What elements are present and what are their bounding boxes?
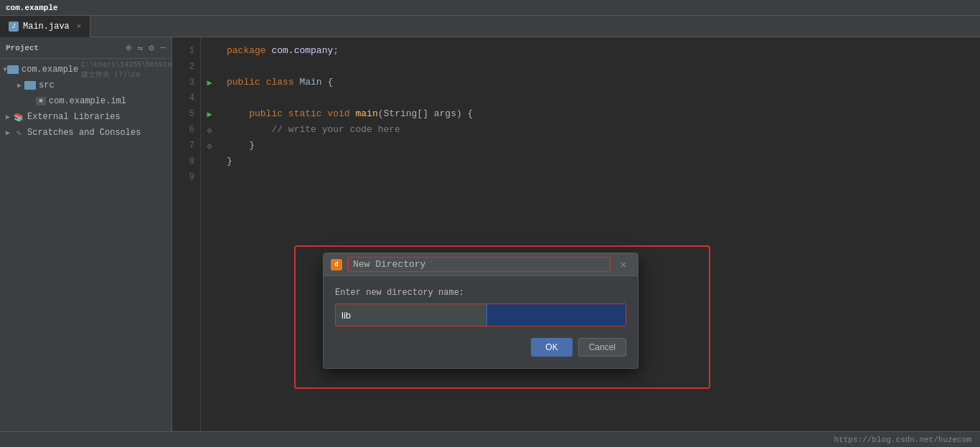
gutter-7: ◇ <box>201 138 218 154</box>
ext-lib-arrow: ▶ <box>3 113 13 121</box>
gutter-8 <box>201 154 218 169</box>
src-label: src <box>39 80 55 90</box>
run-icon-3[interactable]: ▶ <box>207 77 212 88</box>
gutter-9 <box>201 169 218 185</box>
code-line-1: package com.company; <box>227 43 971 59</box>
status-bar: https://blog.csdn.net/huzecom <box>0 431 980 447</box>
code-line-5: public static void main(String[] args) { <box>227 106 971 122</box>
scratches-arrow: ▶ <box>3 128 13 137</box>
editor-area: 1 2 3 4 5 6 7 8 9 ▶ ▶ ◇ ◇ <box>172 37 980 431</box>
main-layout: Project ⊕ ⇋ ⚙ — ▼ com.example C:\Users\1… <box>0 37 980 431</box>
new-directory-dialog: d New Directory ✕ Enter new directory na… <box>323 253 639 369</box>
title-bar: com.example <box>0 0 980 16</box>
dialog-close-button[interactable]: ✕ <box>616 258 631 272</box>
code-line-4 <box>227 90 971 106</box>
java-file-icon: J <box>9 22 19 32</box>
code-line-9 <box>227 169 971 185</box>
minimize-icon[interactable]: — <box>160 42 166 54</box>
dialog-buttons: OK Cancel <box>335 338 626 357</box>
src-arrow: ▶ <box>14 81 24 90</box>
gutter-3[interactable]: ▶ <box>201 75 218 90</box>
root-label: com.example <box>22 65 78 75</box>
directory-name-input[interactable] <box>336 304 487 326</box>
run-icon-5[interactable]: ▶ <box>207 109 212 120</box>
root-path: C:\Users\14255\Desktop\新建文件夹 (7)\co <box>81 60 171 80</box>
line-num-7: 7 <box>172 138 200 154</box>
code-line-8: } <box>227 154 971 169</box>
tab-close-icon[interactable]: × <box>77 22 82 31</box>
tree-item-ext-lib[interactable]: ▶ 📚 External Libraries <box>0 109 171 125</box>
sidebar-tree: ▼ com.example C:\Users\14255\Desktop\新建文… <box>0 59 171 431</box>
ext-lib-icon: 📚 <box>13 113 24 121</box>
dialog-label: Enter new directory name: <box>335 288 626 298</box>
code-content[interactable]: package com.company; public class Main {… <box>218 37 980 431</box>
gutter-4 <box>201 90 218 106</box>
line-num-6: 6 <box>172 122 200 138</box>
sidebar-header: Project ⊕ ⇋ ⚙ — <box>0 37 171 59</box>
gutter-1 <box>201 43 218 59</box>
tab-main-java[interactable]: J Main.java × <box>0 16 90 37</box>
dialog-title-text: New Directory <box>348 257 611 272</box>
code-line-2 <box>227 59 971 75</box>
code-line-7: } <box>227 138 971 154</box>
tab-bar: J Main.java × <box>0 16 980 37</box>
directory-input-extension <box>487 304 626 326</box>
src-folder-icon <box>24 81 36 90</box>
ext-lib-label: External Libraries <box>27 112 121 122</box>
code-view: 1 2 3 4 5 6 7 8 9 ▶ ▶ ◇ ◇ <box>172 37 980 431</box>
iml-file-icon: ■ <box>36 97 46 105</box>
bookmark-icon-6: ◇ <box>207 126 212 135</box>
scratches-label: Scratches and Consoles <box>27 128 141 138</box>
sidebar-title: Project <box>6 44 122 52</box>
tree-item-src[interactable]: ▶ src <box>0 77 171 93</box>
gutter-6: ◇ <box>201 122 218 138</box>
dialog-title-icon: d <box>331 259 342 270</box>
code-line-3: public class Main { <box>227 75 971 90</box>
line-num-8: 8 <box>172 154 200 169</box>
tree-item-root[interactable]: ▼ com.example C:\Users\14255\Desktop\新建文… <box>0 62 171 77</box>
line-num-2: 2 <box>172 59 200 75</box>
sidebar-icons: ⊕ ⇋ ⚙ — <box>126 42 166 54</box>
tab-label: Main.java <box>23 22 70 32</box>
line-num-4: 4 <box>172 90 200 106</box>
code-line-6: // write your code here <box>227 122 971 138</box>
add-content-icon[interactable]: ⊕ <box>126 42 132 54</box>
tree-item-scratches[interactable]: ▶ ✎ Scratches and Consoles <box>0 125 171 141</box>
ok-button[interactable]: OK <box>531 338 572 357</box>
bookmark-icon-7: ◇ <box>207 141 212 151</box>
gutter-5[interactable]: ▶ <box>201 106 218 122</box>
cancel-button[interactable]: Cancel <box>578 338 626 357</box>
status-url: https://blog.csdn.net/huzecom <box>834 436 971 444</box>
sidebar: Project ⊕ ⇋ ⚙ — ▼ com.example C:\Users\1… <box>0 37 172 431</box>
gutter: ▶ ▶ ◇ ◇ <box>201 37 218 431</box>
line-numbers: 1 2 3 4 5 6 7 8 9 <box>172 37 201 431</box>
settings-icon[interactable]: ⚙ <box>149 42 154 54</box>
iml-arrow <box>26 98 36 105</box>
title-text: com.example <box>6 4 58 12</box>
dialog-title-bar: d New Directory ✕ <box>324 253 638 276</box>
scratches-icon: ✎ <box>13 128 24 137</box>
line-num-5: 5 <box>172 106 200 122</box>
line-num-9: 9 <box>172 169 200 185</box>
line-num-3: 3 <box>172 75 200 90</box>
gutter-2 <box>201 59 218 75</box>
dialog-body: Enter new directory name: OK Cancel <box>324 276 638 368</box>
root-folder-icon <box>7 65 19 74</box>
dialog-input-row <box>335 304 626 326</box>
tree-item-iml[interactable]: ■ com.example.iml <box>0 93 171 109</box>
line-num-1: 1 <box>172 43 200 59</box>
iml-label: com.example.iml <box>49 96 126 106</box>
sync-icon[interactable]: ⇋ <box>138 42 143 54</box>
